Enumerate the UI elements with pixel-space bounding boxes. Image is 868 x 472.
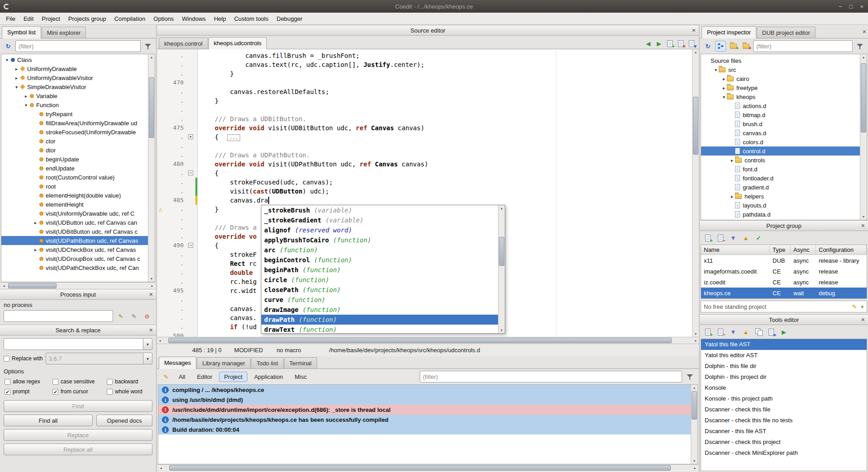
scrollbar-track[interactable]: [7, 283, 149, 289]
symbol-tree-item[interactable]: dtor: [1, 146, 148, 155]
scrollbar-track[interactable]: [498, 211, 505, 327]
expand-icon[interactable]: ▸: [33, 220, 38, 225]
completion-item[interactable]: closePath(function): [261, 285, 498, 295]
checkbox-allow-regex[interactable]: allow regex: [5, 378, 52, 385]
filter-button-application[interactable]: Application: [249, 372, 288, 382]
symbol-filter-button[interactable]: [142, 41, 153, 52]
completion-item[interactable]: _strokeBrush(variable): [261, 205, 498, 215]
column-header-configuration[interactable]: Configuration: [816, 245, 867, 255]
file-tree-item[interactable]: layouts.d: [701, 201, 860, 210]
tab-library-manager[interactable]: Library manager: [197, 357, 251, 368]
symbol-tree-item[interactable]: visit(UDBitButton udc, ref Canvas c: [1, 227, 148, 236]
move-tool-up-button[interactable]: ▲: [740, 326, 751, 337]
project-row[interactable]: imageformats.coeditCEasyncrelease: [701, 266, 867, 277]
scroll-arrow-icon[interactable]: ▴: [498, 205, 505, 211]
menu-item-file[interactable]: File: [2, 14, 19, 24]
expand-icon[interactable]: ▸: [721, 76, 727, 81]
collapse-icon[interactable]: ▾: [4, 57, 10, 62]
scroll-arrow-icon[interactable]: ◂: [1, 283, 7, 289]
scroll-arrow-icon[interactable]: ▾: [693, 331, 699, 337]
scroll-arrow-icon[interactable]: ▴: [693, 49, 699, 55]
menu-item-project[interactable]: Project: [38, 14, 64, 24]
tab-todo-list[interactable]: Todo list: [251, 357, 284, 368]
code-line[interactable]: [199, 105, 692, 114]
message-row[interactable]: iBuild duration: 00:00:04: [158, 425, 691, 434]
symbol-tree-item[interactable]: ctor: [1, 137, 148, 146]
symbol-tree-item[interactable]: ▸Variable: [1, 91, 148, 100]
code-line[interactable]: }: [199, 69, 692, 78]
tab-kheops-control[interactable]: kheops.control: [159, 38, 208, 49]
code-line[interactable]: canvas.text(rc, udc.caption[], Justify.c…: [199, 60, 692, 69]
tool-item[interactable]: Yatol this file AST: [701, 339, 867, 350]
expand-icon[interactable]: ▸: [14, 76, 19, 80]
find-button[interactable]: Find: [4, 400, 152, 412]
maximize-button[interactable]: □: [849, 3, 853, 10]
column-header-async[interactable]: Async: [791, 245, 816, 255]
symbol-tree-item[interactable]: ▸UniformlyDrawable: [1, 64, 148, 73]
nav-back-button[interactable]: ◀: [643, 38, 654, 49]
replace-all-button[interactable]: Replace all: [4, 444, 152, 455]
minimize-button[interactable]: −: [839, 3, 842, 10]
file-tree-item[interactable]: Source files: [701, 56, 860, 65]
project-row[interactable]: kheops.ceCEwaitdebug: [701, 288, 867, 298]
scrollbar-thumb[interactable]: [8, 283, 57, 288]
file-tree-item[interactable]: ▸helpers: [701, 192, 860, 201]
menu-item-options[interactable]: Options: [149, 14, 178, 24]
move-tool-down-button[interactable]: ▼: [728, 326, 739, 337]
add-folder-button[interactable]: +: [728, 41, 739, 52]
scrollbar-track[interactable]: [693, 55, 699, 331]
column-header-name[interactable]: Name: [701, 245, 770, 255]
code-line[interactable]: override void visit(UDBitButton udc, ref…: [199, 123, 692, 132]
collapse-icon[interactable]: ▾: [713, 67, 719, 72]
symbol-tree-item[interactable]: endUpdate: [1, 164, 148, 173]
files-tree-vscrollbar[interactable]: ▴▾: [860, 54, 867, 220]
scroll-arrow-icon[interactable]: ▾: [691, 458, 697, 464]
filter-button-misc[interactable]: Misc: [290, 372, 312, 382]
scrollbar-track[interactable]: [860, 60, 867, 214]
symbol-tree-item[interactable]: beginUpdate: [1, 155, 148, 164]
replace-with-checkbox[interactable]: Replace with: [4, 355, 43, 362]
add-project-button[interactable]: +: [702, 232, 713, 243]
checkbox-prompt[interactable]: ✓prompt: [5, 388, 52, 395]
completion-scrollbar[interactable]: ▴▾: [498, 205, 505, 333]
message-row[interactable]: i/home/basile/dev/projects/kheops/kheops…: [158, 415, 691, 425]
symbol-tree-item[interactable]: fillDrawArea(UniformlyDrawable ud: [1, 118, 148, 127]
send-input-button[interactable]: ✎: [115, 311, 126, 321]
completion-item[interactable]: _strokeGradient(variable): [261, 215, 498, 225]
file-tree-item[interactable]: ▸freetype: [701, 83, 860, 92]
message-row[interactable]: icompiling / ... /kheops/kheops.ce: [158, 385, 691, 395]
symbol-tree-item[interactable]: visit(UniformlyDrawable udc, ref C: [1, 209, 148, 218]
file-tree-item[interactable]: canvas.d: [701, 128, 860, 137]
close-project-group-button[interactable]: ×: [861, 222, 865, 229]
scroll-arrow-icon[interactable]: ▴: [691, 385, 697, 391]
fold-marker[interactable]: −: [188, 170, 193, 175]
menu-item-compilation[interactable]: Compilation: [110, 14, 150, 24]
refresh-project-button[interactable]: ↻: [702, 41, 713, 52]
symbol-tree-item[interactable]: ▾Class: [1, 55, 148, 64]
process-input-field[interactable]: [4, 310, 113, 322]
tool-item[interactable]: Yatol this editor AST: [701, 350, 867, 361]
menu-item-windows[interactable]: Windows: [178, 14, 210, 24]
filter-button-project[interactable]: Project: [219, 372, 247, 382]
tool-item[interactable]: Dscanner - check this project: [701, 437, 867, 448]
code-line[interactable]: canvas.fillBrush = _brushFont;: [199, 51, 692, 60]
symbol-tree-item[interactable]: strokeFocused(UniformlyDrawable: [1, 127, 148, 137]
tab-messages[interactable]: Messages: [159, 357, 196, 369]
tool-item[interactable]: Dolphin - this file dir: [701, 361, 867, 372]
folded-code-box[interactable]: ...: [227, 134, 241, 141]
file-tree-item[interactable]: brush.d: [701, 119, 860, 128]
symbol-tree-item[interactable]: root(CustomControl value): [1, 173, 148, 182]
completion-item[interactable]: applyBrushToCairo(function): [261, 235, 498, 245]
opened-docs-button[interactable]: Opened docs: [96, 415, 152, 426]
menu-item-custom-tools[interactable]: Custom tools: [230, 14, 273, 24]
checkbox-case-sensitive[interactable]: case sensitive: [52, 378, 107, 385]
code-line[interactable]: [199, 142, 692, 151]
export-tool-button[interactable]: ▸: [766, 326, 777, 337]
code-editor[interactable]: ...470....475.+..480.−..485.⚠...490−....…: [157, 49, 699, 337]
completion-item[interactable]: drawImage(function): [261, 305, 498, 315]
menu-item-debugger[interactable]: Debugger: [273, 14, 307, 24]
document-options-button[interactable]: ▾: [686, 38, 697, 49]
add-tool-button[interactable]: +: [702, 326, 713, 337]
expand-icon[interactable]: ▸: [23, 94, 29, 99]
async-mode-button[interactable]: ✓: [753, 232, 764, 243]
